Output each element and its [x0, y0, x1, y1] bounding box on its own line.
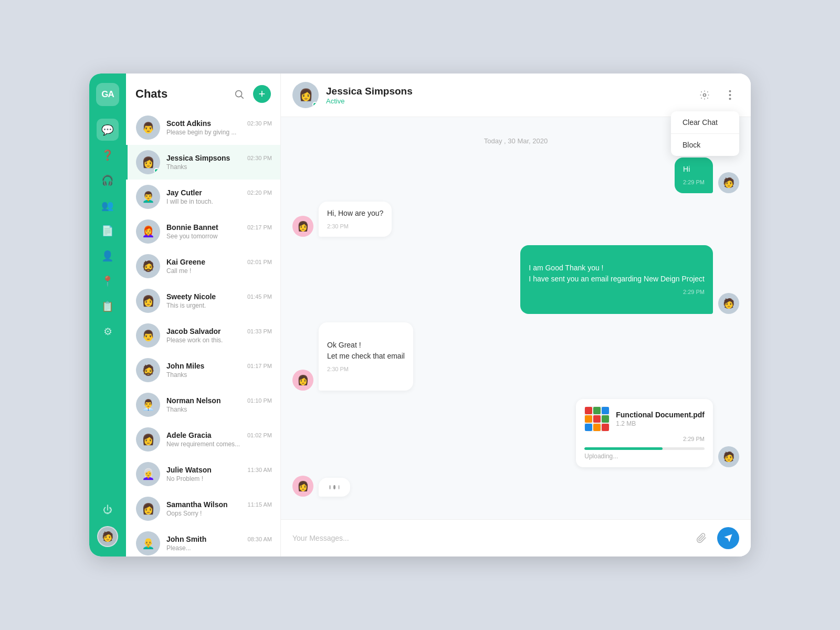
contact-name: Jessica Simpsons [166, 154, 230, 162]
message-input[interactable] [292, 530, 686, 547]
chat-info: Jessica Simpsons 02:30 PM Thanks [166, 154, 272, 171]
chat-list-item[interactable]: 🧔 John Miles 01:17 PM Thanks [126, 353, 280, 387]
chat-header-name: Jessica Simpsons [326, 86, 695, 97]
chat-list-item[interactable]: 👨‍💼 Norman Nelson 01:10 PM Thanks [126, 387, 280, 422]
chat-name-row: Norman Nelson 01:10 PM [166, 396, 272, 405]
chat-list-item[interactable]: 👨‍🦱 Jay Cutler 02:20 PM I will be in tou… [126, 180, 280, 214]
message-time: 2:29 PM [529, 288, 705, 297]
message-bubble-received: Hi, How are you? 2:30 PM [319, 202, 392, 237]
message-bubble-received: Ok Great ! Let me check that email 2:30 … [319, 322, 413, 391]
message-time: 2:30 PM [327, 222, 383, 231]
message-row: 👩 Hi, How are you? 2:30 PM [292, 202, 739, 237]
chat-info: Jay Cutler 02:20 PM I will be in touch. [166, 188, 272, 205]
message-time: 2:29 PM [683, 178, 705, 187]
file-time: 2:29 PM [584, 436, 705, 442]
file-bubble: Functional Document.pdf 1.2 MB 2:29 PM U… [576, 399, 713, 467]
chat-preview: Oops Sorry ! [166, 510, 272, 517]
chat-avatar: 👩‍🦳 [136, 462, 160, 486]
nav-file[interactable]: 📋 [97, 295, 119, 317]
chat-time: 01:02 PM [247, 432, 272, 438]
chat-info: John Smith 08:30 AM Please... [166, 535, 272, 552]
nav-group[interactable]: 👤 [97, 245, 119, 267]
chat-list-panel: Chats + 👨 Scott Adkins 02:30 PM Please b… [126, 74, 281, 556]
nav-bottom: ⏻ 🧑 [97, 499, 119, 547]
message-input-area [281, 519, 751, 556]
chat-name-row: Scott Adkins 02:30 PM [166, 119, 272, 128]
user-avatar[interactable]: 🧑 [97, 526, 118, 547]
sent-avatar: 🧑 [718, 172, 739, 193]
nav-settings[interactable]: ⚙ [97, 320, 119, 342]
contact-name: Sweety Nicole [166, 292, 216, 301]
chat-list-item[interactable]: 👩 Sweety Nicole 01:45 PM This is urgent. [126, 284, 280, 318]
nav-icons: 💬 ❓ 🎧 👥 📄 👤 📍 📋 ⚙ [97, 119, 119, 499]
nav-headset[interactable]: 🎧 [97, 169, 119, 191]
chat-info: Scott Adkins 02:30 PM Please begin by gi… [166, 119, 272, 136]
clear-chat-option[interactable]: Clear Chat [671, 111, 739, 133]
nav-location[interactable]: 📍 [97, 270, 119, 292]
chat-name-row: John Miles 01:17 PM [166, 362, 272, 370]
settings-icon-btn[interactable] [695, 86, 714, 104]
contact-name: Bonnie Bannet [166, 223, 218, 232]
chat-avatar: 👨‍💼 [136, 393, 160, 417]
message-row: 👩 Ok Great ! Let me check that email 2:3… [292, 322, 739, 391]
chat-avatar: 👨 [136, 116, 160, 140]
chat-name-row: Julie Watson 11:30 AM [166, 466, 272, 474]
chat-name-row: Adele Gracia 01:02 PM [166, 431, 272, 439]
chat-avatar: 🧔 [136, 254, 160, 278]
chat-list-item[interactable]: 👨‍🦲 John Smith 08:30 AM Please... [126, 526, 280, 556]
received-avatar: 👩 [292, 476, 313, 497]
block-option[interactable]: Block [671, 134, 739, 156]
add-chat-button[interactable]: + [253, 85, 271, 103]
chat-list-item[interactable]: 👩‍🦳 Julie Watson 11:30 AM No Problem ! [126, 457, 280, 491]
chat-header-status: Active [326, 97, 695, 105]
chat-info: Sweety Nicole 01:45 PM This is urgent. [166, 292, 272, 309]
contact-name: Julie Watson [166, 466, 212, 474]
chat-name-row: John Smith 08:30 AM [166, 535, 272, 543]
nav-document[interactable]: 📄 [97, 219, 119, 242]
chat-list-item[interactable]: 👩 Adele Gracia 01:02 PM New requirement … [126, 422, 280, 457]
chat-time: 11:15 AM [248, 501, 272, 508]
more-options-btn[interactable] [720, 86, 739, 104]
attach-button[interactable] [692, 529, 711, 548]
chat-header: 👩 Jessica Simpsons Active Clear Chat Blo… [281, 74, 751, 117]
received-avatar: 👩 [292, 370, 313, 391]
sent-avatar: 🧑 [718, 293, 739, 314]
file-row: Functional Document.pdf 1.2 MB [584, 406, 705, 432]
chat-list-item[interactable]: 👨 Jacob Salvador 01:33 PM Please work on… [126, 318, 280, 353]
chat-list-item[interactable]: 👩 Jessica Simpsons 02:30 PM Thanks [126, 145, 280, 180]
contact-name: Kai Greene [166, 258, 205, 266]
svg-point-5 [729, 98, 731, 100]
chat-list-item[interactable]: 👩 Samantha Wilson 11:15 AM Oops Sorry ! [126, 491, 280, 526]
chat-name-row: Jessica Simpsons 02:30 PM [166, 154, 272, 162]
typing-dot-3 [338, 485, 340, 489]
sent-avatar: 🧑 [718, 446, 739, 467]
app-logo: GA [96, 83, 119, 106]
contact-name: Scott Adkins [166, 119, 211, 128]
received-avatar: 👩 [292, 216, 313, 237]
chat-time: 01:17 PM [247, 363, 272, 369]
chat-list-item[interactable]: 👨 Scott Adkins 02:30 PM Please begin by … [126, 110, 280, 145]
contact-name: Norman Nelson [166, 396, 220, 405]
message-bubble-sent: Hi 2:29 PM [675, 158, 713, 193]
chat-list-item[interactable]: 👩‍🦰 Bonnie Bannet 02:17 PM See you tomor… [126, 214, 280, 249]
chat-preview: See you tomorrow [166, 233, 272, 240]
file-type-icon [584, 406, 610, 432]
file-details: Functional Document.pdf 1.2 MB [616, 411, 705, 427]
file-size: 1.2 MB [616, 420, 705, 427]
nav-team[interactable]: 👥 [97, 194, 119, 216]
chat-avatar: 👩 [136, 289, 160, 313]
chat-list-header: Chats + [126, 74, 280, 110]
chat-avatar: 👩 [136, 150, 160, 174]
chat-preview: No Problem ! [166, 475, 272, 482]
progress-bar-bg [584, 447, 705, 450]
chat-list-item[interactable]: 🧔 Kai Greene 02:01 PM Call me ! [126, 249, 280, 284]
context-menu: Clear Chat Block [671, 111, 739, 156]
nav-help[interactable]: ❓ [97, 144, 119, 166]
send-button[interactable] [717, 527, 739, 549]
search-button[interactable] [230, 85, 248, 103]
svg-point-2 [704, 94, 706, 97]
progress-bar-fill [584, 447, 663, 450]
message-row-file: 🧑 [292, 399, 739, 467]
nav-chat[interactable]: 💬 [97, 119, 119, 141]
nav-power[interactable]: ⏻ [97, 499, 119, 521]
